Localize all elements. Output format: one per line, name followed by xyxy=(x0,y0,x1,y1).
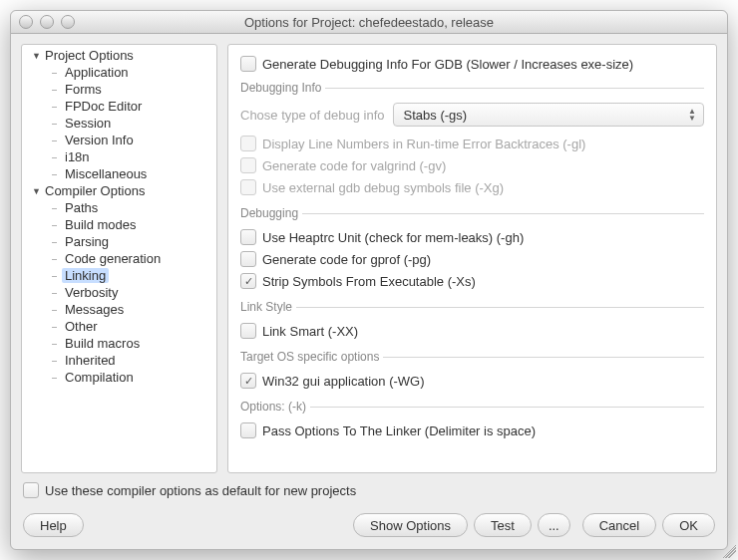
use-as-default-checkbox[interactable]: Use these compiler options as default fo… xyxy=(23,479,356,501)
checkbox-label: Generate Debugging Info For GDB (Slower … xyxy=(262,57,633,72)
heaptrc-checkbox[interactable]: Use Heaptrc Unit (check for mem-leaks) (… xyxy=(240,226,704,248)
tree-item-forms[interactable]: Forms xyxy=(22,81,216,98)
checkbox-label: Use these compiler options as default fo… xyxy=(45,483,356,498)
checkbox-label: Display Line Numbers in Run-time Error B… xyxy=(262,137,585,151)
tree-item-paths[interactable]: Paths xyxy=(22,199,216,216)
chevron-down-icon xyxy=(32,51,42,61)
checkbox-label: Use external gdb debug symbols file (-Xg… xyxy=(262,180,504,195)
tree-item-parsing[interactable]: Parsing xyxy=(22,233,216,250)
combo-value: Stabs (-gs) xyxy=(404,108,468,123)
checkbox-icon xyxy=(240,136,256,151)
line-numbers-checkbox[interactable]: Display Line Numbers in Run-time Error B… xyxy=(240,133,704,154)
debug-type-label: Chose type of debug info xyxy=(240,108,385,123)
ok-button[interactable]: OK xyxy=(662,513,715,537)
link-smart-checkbox[interactable]: Link Smart (-XX) xyxy=(240,320,704,342)
tree-item-compilation[interactable]: Compilation xyxy=(22,369,216,386)
checkbox-label: Win32 gui application (-WG) xyxy=(262,374,425,389)
tree-group-compiler-options[interactable]: Compiler Options xyxy=(22,182,216,199)
tree-item-build-modes[interactable]: Build modes xyxy=(22,216,216,233)
checkbox-icon xyxy=(240,229,256,245)
tree-item-miscellaneous[interactable]: Miscellaneous xyxy=(22,165,216,182)
tree-item-other[interactable]: Other xyxy=(22,318,216,335)
chevron-down-icon xyxy=(32,186,42,196)
strip-symbols-checkbox[interactable]: Strip Symbols From Executable (-Xs) xyxy=(240,270,704,292)
pass-linker-options-checkbox[interactable]: Pass Options To The Linker (Delimiter is… xyxy=(240,420,704,441)
tree-item-fpdoc-editor[interactable]: FPDoc Editor xyxy=(22,98,216,115)
checkbox-icon xyxy=(240,56,256,72)
checkbox-label: Generate code for gprof (-pg) xyxy=(262,252,431,267)
checkbox-icon xyxy=(240,323,256,339)
group-legend: Options: (-k) xyxy=(240,400,310,414)
group-legend: Debugging Info xyxy=(240,81,325,95)
titlebar: Options for Project: chefedeestado, rele… xyxy=(11,11,727,34)
help-button[interactable]: Help xyxy=(23,513,84,537)
tree-item-version-info[interactable]: Version Info xyxy=(22,132,216,148)
close-icon[interactable] xyxy=(19,15,33,29)
tree-item-session[interactable]: Session xyxy=(22,115,216,132)
checkbox-label: Link Smart (-XX) xyxy=(262,324,358,339)
checkbox-label: Generate code for valgrind (-gv) xyxy=(262,158,446,173)
tree-item-linking[interactable]: Linking xyxy=(22,267,216,284)
tree-item-application[interactable]: Application xyxy=(22,64,216,81)
project-options-window: Options for Project: chefedeestado, rele… xyxy=(10,10,728,550)
win32-gui-checkbox[interactable]: Win32 gui application (-WG) xyxy=(240,370,704,392)
linker-options-group: Options: (-k) Pass Options To The Linker… xyxy=(240,400,704,443)
debugging-group: Debugging Use Heaptrc Unit (check for me… xyxy=(240,206,704,294)
window-title: Options for Project: chefedeestado, rele… xyxy=(11,15,727,30)
more-button[interactable]: ... xyxy=(538,513,570,537)
checkbox-icon xyxy=(23,482,39,498)
tree-item-code-generation[interactable]: Code generation xyxy=(22,250,216,267)
tree-item-verbosity[interactable]: Verbosity xyxy=(22,284,216,301)
gprof-checkbox[interactable]: Generate code for gprof (-pg) xyxy=(240,248,704,270)
debug-type-combo[interactable]: Stabs (-gs) ▲▼ xyxy=(393,103,704,127)
checkbox-icon xyxy=(240,157,256,173)
generate-debug-info-checkbox[interactable]: Generate Debugging Info For GDB (Slower … xyxy=(240,53,704,75)
tree-item-build-macros[interactable]: Build macros xyxy=(22,335,216,352)
checkbox-icon xyxy=(240,273,256,289)
tree-item-messages[interactable]: Messages xyxy=(22,301,216,318)
checkbox-icon xyxy=(240,179,256,195)
tree-item-i18n[interactable]: i18n xyxy=(22,148,216,165)
linking-panel: Generate Debugging Info For GDB (Slower … xyxy=(227,44,717,473)
tree-item-inherited[interactable]: Inherited xyxy=(22,352,216,369)
minimize-icon[interactable] xyxy=(40,15,54,29)
group-legend: Link Style xyxy=(240,300,296,314)
checkbox-icon xyxy=(240,251,256,267)
zoom-icon[interactable] xyxy=(61,15,75,29)
checkbox-label: Use Heaptrc Unit (check for mem-leaks) (… xyxy=(262,230,524,245)
resize-handle-icon[interactable] xyxy=(722,544,728,550)
tree-group-project-options[interactable]: Project Options xyxy=(22,47,216,64)
show-options-button[interactable]: Show Options xyxy=(353,513,468,537)
group-legend: Target OS specific options xyxy=(240,350,383,364)
external-gdb-checkbox[interactable]: Use external gdb debug symbols file (-Xg… xyxy=(240,176,704,198)
checkbox-icon xyxy=(240,422,256,438)
cancel-button[interactable]: Cancel xyxy=(582,513,656,537)
target-os-group: Target OS specific options Win32 gui app… xyxy=(240,350,704,394)
test-button[interactable]: Test xyxy=(474,513,532,537)
checkbox-icon xyxy=(240,373,256,389)
link-style-group: Link Style Link Smart (-XX) xyxy=(240,300,704,344)
group-legend: Debugging xyxy=(240,206,302,220)
debugging-info-group: Debugging Info Chose type of debug info … xyxy=(240,81,704,200)
stepper-icon: ▲▼ xyxy=(685,106,699,124)
checkbox-label: Strip Symbols From Executable (-Xs) xyxy=(262,274,476,289)
options-tree: Project Options Application Forms FPDoc … xyxy=(21,44,217,473)
button-bar: Help Show Options Test ... Cancel OK xyxy=(11,507,727,549)
valgrind-checkbox[interactable]: Generate code for valgrind (-gv) xyxy=(240,154,704,176)
checkbox-label: Pass Options To The Linker (Delimiter is… xyxy=(262,423,536,438)
